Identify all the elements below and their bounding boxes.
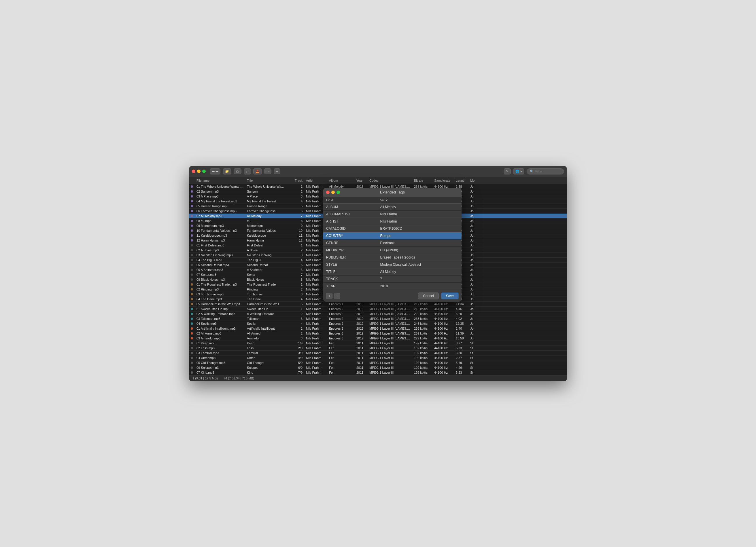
edit-button[interactable]: ✎ xyxy=(504,169,511,175)
row-track: 7/9 xyxy=(291,370,304,375)
header-samplerate[interactable]: Samplerate xyxy=(432,178,454,183)
add-remove-group: + − xyxy=(326,293,340,299)
row-filename: 04 Unter.mp3 xyxy=(195,355,245,360)
table-row[interactable]: 04 Spells.mp3 Spells 4 Nils Frahm Encore… xyxy=(189,321,567,326)
table-row[interactable]: 01 Sweet Little Lie.mp3 Sweet Little Lie… xyxy=(189,306,567,311)
tag-row[interactable]: YEAR 2018 xyxy=(323,283,462,290)
save-button[interactable]: Save xyxy=(441,292,459,299)
globe-button[interactable]: 🌐 ▾ xyxy=(513,169,524,175)
maximize-button[interactable] xyxy=(202,170,206,173)
search-box: 🔍 xyxy=(527,169,564,175)
header-filename[interactable]: Filename xyxy=(195,178,245,183)
header-year[interactable]: Year xyxy=(355,178,368,183)
tag-row[interactable]: PUBLISHER Erased Tapes Records xyxy=(323,254,462,261)
header-artist[interactable]: Artist xyxy=(304,178,327,183)
row-filename: 08 #2.mp3 xyxy=(195,219,245,223)
table-row[interactable]: 03 Familiar.mp3 Familiar 3/9 Nils Frahm … xyxy=(189,351,567,355)
tag-row[interactable]: TRACK 7 xyxy=(323,275,462,283)
header-bitrate[interactable]: Bitrate xyxy=(412,178,432,183)
files-button[interactable]: 🗂 xyxy=(234,169,241,174)
folder-button[interactable]: 📁 xyxy=(223,169,231,175)
tag-row[interactable]: ALBUMARTIST Nils Frahm xyxy=(323,211,462,218)
more-button[interactable]: ··· xyxy=(264,169,271,174)
modal-close-button[interactable] xyxy=(326,191,330,194)
row-length: 1:40 xyxy=(454,326,468,331)
table-row[interactable]: 04 Unter.mp3 Unter 4/9 Nils Frahm Felt 2… xyxy=(189,355,567,360)
list-button[interactable]: ≡ xyxy=(274,169,280,174)
row-track: 1 xyxy=(291,282,304,287)
row-bitrate: 236 kbit/s xyxy=(412,326,432,331)
table-row[interactable]: 03 Talisman.mp3 Talisman 3 Nils Frahm En… xyxy=(189,316,567,321)
row-more: Jo xyxy=(468,199,567,204)
row-track: 2 xyxy=(291,287,304,291)
back-forward-button[interactable]: ⬅ ➡ xyxy=(210,169,220,175)
row-title: A Shine xyxy=(245,248,291,253)
row-album-dot xyxy=(189,297,195,301)
table-row[interactable]: 05 Harmonium in the Well.mp3 Harmonium i… xyxy=(189,302,567,306)
table-row[interactable]: 03 Amirador.mp3 Amirador 3 Nils Frahm En… xyxy=(189,336,567,341)
row-filename: 01 Keep.mp3 xyxy=(195,341,245,345)
search-input[interactable] xyxy=(535,170,564,173)
row-artist: Nils Frahm xyxy=(304,306,327,311)
row-more: Jo xyxy=(468,302,567,306)
tag-row[interactable]: CATALOGID ERATP106CD xyxy=(323,225,462,232)
row-album-dot xyxy=(189,234,195,237)
table-row[interactable]: 02 All Armed.mp3 All Armed 2 Nils Frahm … xyxy=(189,331,567,336)
row-album-dot xyxy=(189,195,195,198)
table-row[interactable]: 05 Old Thought.mp3 Old Thought 5/9 Nils … xyxy=(189,360,567,365)
table-row[interactable]: 01 Artificially Intelligent.mp3 Artifici… xyxy=(189,326,567,331)
tag-row[interactable]: ALBUM All Melody xyxy=(323,204,462,211)
header-title[interactable]: Title xyxy=(245,178,291,183)
export-button[interactable]: 📤 xyxy=(253,169,262,175)
modal-maximize-button[interactable] xyxy=(337,191,340,194)
shuffle-button[interactable]: ⇄ xyxy=(244,169,251,175)
row-album: Encores 2 xyxy=(327,316,355,321)
row-track: 3 xyxy=(291,316,304,321)
header-codec[interactable]: Codec xyxy=(368,178,412,183)
row-more: Jo xyxy=(468,204,567,209)
row-bitrate: 222 kbit/s xyxy=(412,311,432,316)
row-album-dot xyxy=(189,356,195,359)
tag-value: Nils Frahm xyxy=(377,218,462,225)
row-track: 6 xyxy=(291,268,304,272)
row-length: 5:29 xyxy=(454,311,468,316)
row-album-dot xyxy=(189,205,195,208)
table-row[interactable]: 07 Kind.mp3 Kind 7/9 Nils Frahm Felt 201… xyxy=(189,370,567,375)
tag-value: ERATP106CD xyxy=(377,225,462,232)
header-track[interactable]: Track xyxy=(291,178,304,183)
row-filename: 01 The Whole Universe Wants to Be Touche… xyxy=(195,184,245,189)
table-row[interactable]: 01 Keep.mp3 Keep 1/9 Nils Frahm Felt 201… xyxy=(189,341,567,346)
cancel-button[interactable]: Cancel xyxy=(418,292,439,299)
row-title: The Dane xyxy=(245,297,291,301)
table-row[interactable]: 06 Snippet.mp3 Snippet 6/9 Nils Frahm Fe… xyxy=(189,365,567,370)
row-filename: 10 Fundamental Values.mp3 xyxy=(195,228,245,233)
row-title: First Defeat xyxy=(245,243,291,248)
row-title: All Armed xyxy=(245,331,291,336)
header-more[interactable]: Mo xyxy=(468,178,567,183)
row-filename: 05 Human Range.mp3 xyxy=(195,204,245,209)
row-samplerate: 44100 Hz xyxy=(432,326,454,331)
row-album: Encores 2 xyxy=(327,306,355,311)
row-track: 9 xyxy=(291,224,304,228)
list-icon: ≡ xyxy=(276,170,278,173)
row-title: A Walking Embrace xyxy=(245,311,291,316)
row-length: 11:34 xyxy=(454,302,468,306)
tag-row[interactable]: STYLE Modern Classical, Abstract xyxy=(323,261,462,268)
tag-row[interactable]: COUNTRY Europe xyxy=(323,232,462,240)
add-tag-button[interactable]: + xyxy=(326,293,332,299)
table-row[interactable]: 02 Less.mp3 Less 2/9 Nils Frahm Felt 201… xyxy=(189,346,567,351)
header-length[interactable]: Length xyxy=(454,178,468,183)
shuffle-icon: ⇄ xyxy=(246,170,249,173)
tag-row[interactable]: ARTIST Nils Frahm xyxy=(323,218,462,225)
row-title: Fundamental Values xyxy=(245,228,291,233)
minimize-button[interactable] xyxy=(197,170,201,173)
modal-minimize-button[interactable] xyxy=(331,191,335,194)
tag-row[interactable]: TITLE All Melody xyxy=(323,268,462,275)
row-more: Jo xyxy=(468,336,567,340)
close-button[interactable] xyxy=(192,170,195,173)
remove-tag-button[interactable]: − xyxy=(334,293,340,299)
tag-row[interactable]: MEDIATYPE CD (Album) xyxy=(323,247,462,254)
header-album[interactable]: Album xyxy=(327,178,355,183)
tag-row[interactable]: GENRE Electronic xyxy=(323,240,462,247)
table-row[interactable]: 02 A Walking Embrace.mp3 A Walking Embra… xyxy=(189,311,567,316)
